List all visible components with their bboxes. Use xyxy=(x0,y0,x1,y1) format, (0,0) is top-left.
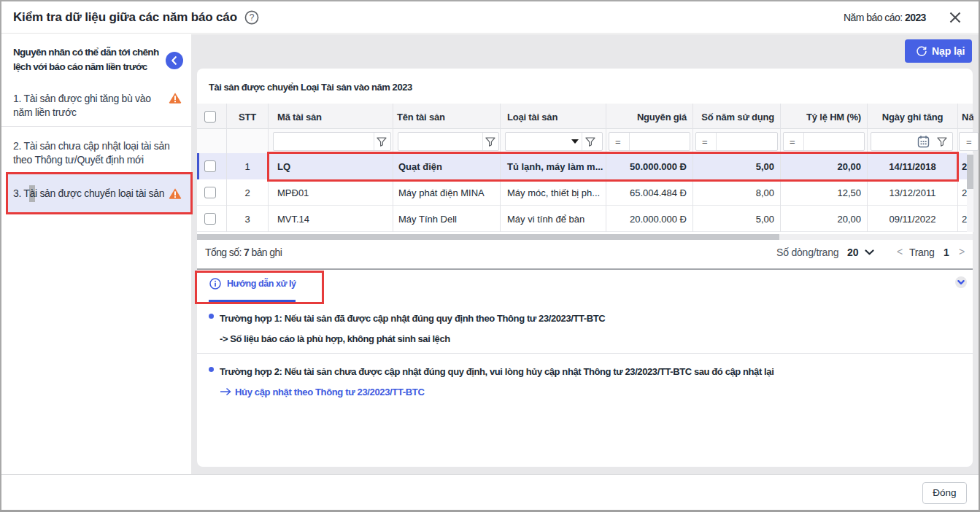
svg-text:?: ? xyxy=(250,12,255,23)
